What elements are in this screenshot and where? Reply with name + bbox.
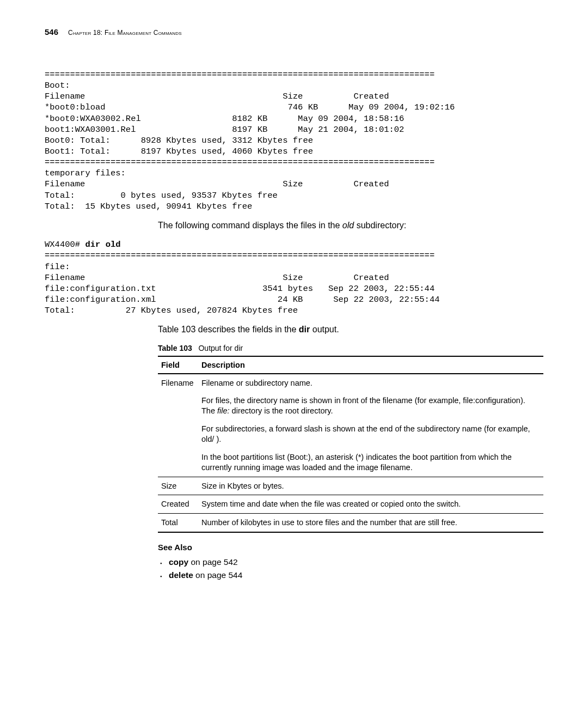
output-table: Field Description Filename Filename or s… bbox=[158, 356, 543, 533]
see-also-rest: on page 542 bbox=[188, 557, 238, 567]
table-header-field: Field bbox=[158, 356, 198, 374]
cell-desc: Filename or subdirectory name. bbox=[198, 374, 543, 392]
list-item: copy on page 542 bbox=[158, 557, 543, 567]
see-also-cmd: copy bbox=[169, 557, 188, 567]
page-header: 546 Chapter 18: File Management Commands bbox=[45, 27, 543, 36]
cell-field: Created bbox=[158, 495, 198, 514]
cell-desc: For files, the directory name is shown i… bbox=[198, 392, 543, 420]
see-also-rest: on page 544 bbox=[193, 570, 243, 580]
cell-desc: For subdirectories, a forward slash is s… bbox=[198, 420, 543, 448]
table-row: Filename Filename or subdirectory name. bbox=[158, 374, 543, 392]
cell-desc: Number of kilobytes in use to store file… bbox=[198, 514, 543, 532]
table-row: In the boot partitions list (Boot:), an … bbox=[158, 448, 543, 477]
cell-field: Filename bbox=[158, 374, 198, 392]
cell-field bbox=[158, 420, 198, 448]
table-caption-text: Output for dir bbox=[198, 344, 243, 352]
table-row: For files, the directory name is shown i… bbox=[158, 392, 543, 420]
page-number: 546 bbox=[45, 27, 58, 36]
see-also-section: See Also copy on page 542 delete on page… bbox=[158, 543, 543, 580]
cell-desc: In the boot partitions list (Boot:), an … bbox=[198, 448, 543, 477]
code-output-boot: ========================================… bbox=[45, 69, 543, 212]
table-row: Created System time and date when the fi… bbox=[158, 495, 543, 514]
see-also-heading: See Also bbox=[158, 543, 543, 552]
body-text-table-ref-suffix: output. bbox=[310, 325, 339, 334]
see-also-list: copy on page 542 delete on page 544 bbox=[158, 557, 543, 580]
body-text-subdir-italic: old bbox=[342, 221, 354, 230]
table-section: Table 103 Output for dir Field Descripti… bbox=[158, 344, 543, 533]
table-header-desc: Description bbox=[198, 356, 543, 374]
table-row: Size Size in Kbytes or bytes. bbox=[158, 477, 543, 495]
chapter-title: Chapter 18: File Management Commands bbox=[68, 29, 182, 36]
body-text-table-ref: Table 103 describes the fields in the di… bbox=[158, 324, 543, 336]
cell-desc: Size in Kbytes or bytes. bbox=[198, 477, 543, 495]
list-item: delete on page 544 bbox=[158, 570, 543, 580]
see-also-cmd: delete bbox=[169, 570, 193, 580]
code-output-dir-old: WX4400# dir old ========================… bbox=[45, 239, 543, 316]
body-text-table-ref-prefix: Table 103 describes the fields in the bbox=[158, 325, 299, 334]
desc-part-italic: file: bbox=[217, 406, 230, 415]
body-text-subdir-prefix: The following command displays the files… bbox=[158, 221, 342, 230]
cell-field bbox=[158, 448, 198, 477]
prompt-prefix: WX4400# bbox=[45, 240, 85, 249]
cell-field: Total bbox=[158, 514, 198, 532]
command-text: dir old bbox=[85, 240, 120, 249]
code-output-dir-old-rest: ========================================… bbox=[45, 251, 440, 315]
cell-desc: System time and date when the file was c… bbox=[198, 495, 543, 514]
table-row: For subdirectories, a forward slash is s… bbox=[158, 420, 543, 448]
cell-field bbox=[158, 392, 198, 420]
table-caption: Table 103 Output for dir bbox=[158, 344, 543, 352]
body-text-subdir: The following command displays the files… bbox=[158, 220, 543, 232]
body-text-table-ref-bold: dir bbox=[299, 325, 310, 334]
body-text-subdir-suffix: subdirectory: bbox=[354, 221, 406, 230]
table-row: Total Number of kilobytes in use to stor… bbox=[158, 514, 543, 532]
table-caption-label: Table 103 bbox=[158, 344, 192, 352]
cell-field: Size bbox=[158, 477, 198, 495]
desc-part: directory is the root directory. bbox=[230, 406, 333, 415]
